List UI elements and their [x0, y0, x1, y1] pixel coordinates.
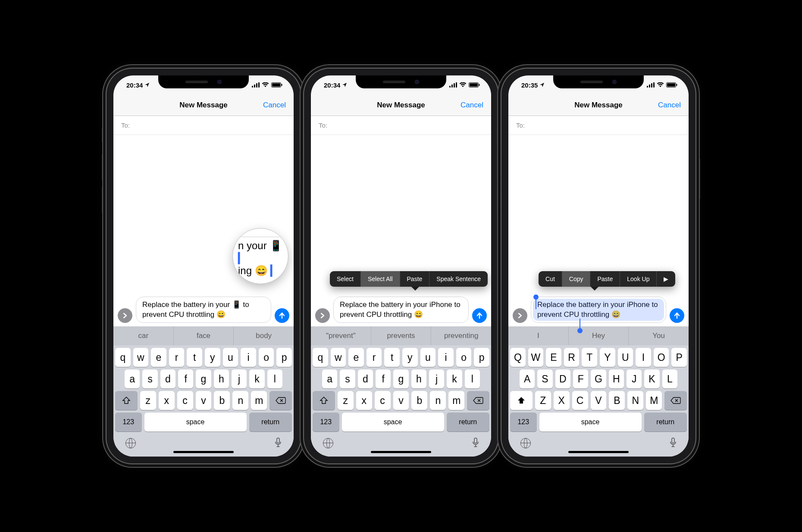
- dictation-icon[interactable]: [472, 438, 479, 449]
- volume-down-button[interactable]: [299, 187, 302, 213]
- key-b[interactable]: B: [609, 391, 625, 410]
- key-l[interactable]: L: [662, 369, 677, 388]
- prediction[interactable]: I: [508, 326, 569, 345]
- key-x[interactable]: x: [356, 391, 372, 410]
- apps-toggle-button[interactable]: [513, 308, 527, 323]
- mute-switch[interactable]: [497, 128, 499, 143]
- key-s[interactable]: s: [340, 369, 355, 388]
- key-w[interactable]: w: [133, 348, 149, 367]
- key-g[interactable]: g: [196, 369, 211, 388]
- volume-up-button[interactable]: [497, 154, 499, 181]
- key-x[interactable]: x: [159, 391, 175, 410]
- key-j[interactable]: j: [429, 369, 444, 388]
- shift-key[interactable]: [313, 391, 335, 410]
- send-button[interactable]: [472, 308, 487, 323]
- space-key[interactable]: space: [539, 413, 642, 432]
- key-w[interactable]: W: [528, 348, 544, 367]
- key-q[interactable]: q: [115, 348, 131, 367]
- send-button[interactable]: [275, 308, 289, 323]
- key-u[interactable]: U: [618, 348, 633, 367]
- cancel-button[interactable]: Cancel: [461, 101, 483, 110]
- key-z[interactable]: z: [140, 391, 156, 410]
- key-m[interactable]: m: [251, 391, 267, 410]
- to-field[interactable]: To:: [508, 116, 689, 135]
- key-r[interactable]: R: [564, 348, 580, 367]
- return-key[interactable]: return: [447, 413, 490, 432]
- menu-select[interactable]: Select: [330, 271, 361, 287]
- key-s[interactable]: S: [537, 369, 552, 388]
- send-button[interactable]: [670, 308, 684, 323]
- backspace-key[interactable]: [664, 391, 687, 410]
- key-c[interactable]: C: [572, 391, 588, 410]
- key-h[interactable]: H: [609, 369, 624, 388]
- key-w[interactable]: w: [331, 348, 346, 367]
- key-t[interactable]: t: [187, 348, 202, 367]
- selection-handle-start[interactable]: [536, 299, 536, 309]
- key-p[interactable]: P: [671, 348, 687, 367]
- prediction[interactable]: body: [234, 326, 294, 345]
- key-n[interactable]: N: [627, 391, 643, 410]
- key-b[interactable]: b: [214, 391, 230, 410]
- menu-select-all[interactable]: Select All: [361, 271, 400, 287]
- home-indicator[interactable]: [371, 451, 431, 453]
- globe-icon[interactable]: [323, 438, 333, 448]
- dictation-icon[interactable]: [670, 438, 677, 449]
- key-j[interactable]: J: [627, 369, 642, 388]
- key-v[interactable]: v: [196, 391, 212, 410]
- key-r[interactable]: r: [367, 348, 382, 367]
- key-y[interactable]: y: [205, 348, 220, 367]
- home-indicator[interactable]: [568, 451, 629, 453]
- key-e[interactable]: e: [348, 348, 364, 367]
- key-c[interactable]: c: [375, 391, 391, 410]
- compose-area[interactable]: Cut Copy Paste Look Up ▶ Replace the bat…: [508, 135, 689, 326]
- key-n[interactable]: n: [232, 391, 248, 410]
- key-f[interactable]: f: [178, 369, 193, 388]
- menu-more[interactable]: ▶: [657, 271, 675, 287]
- key-f[interactable]: F: [573, 369, 588, 388]
- apps-toggle-button[interactable]: [118, 308, 132, 323]
- numbers-key[interactable]: 123: [510, 413, 537, 432]
- key-a[interactable]: a: [322, 369, 337, 388]
- key-d[interactable]: D: [555, 369, 570, 388]
- backspace-key[interactable]: [467, 391, 489, 410]
- key-r[interactable]: r: [169, 348, 185, 367]
- key-k[interactable]: k: [249, 369, 264, 388]
- message-input[interactable]: Replace the battery in your iPhone to pr…: [531, 297, 666, 323]
- key-v[interactable]: v: [393, 391, 409, 410]
- key-p[interactable]: p: [474, 348, 489, 367]
- menu-cut[interactable]: Cut: [539, 271, 562, 287]
- volume-up-button[interactable]: [299, 154, 302, 181]
- key-a[interactable]: a: [125, 369, 140, 388]
- message-input[interactable]: Replace the battery in your iPhone to pr…: [333, 297, 469, 323]
- key-g[interactable]: G: [591, 369, 606, 388]
- menu-paste[interactable]: Paste: [400, 271, 430, 287]
- compose-area[interactable]: Select Select All Paste Speak Sentence R…: [311, 135, 491, 326]
- key-b[interactable]: b: [411, 391, 427, 410]
- shift-key[interactable]: [115, 391, 138, 410]
- key-l[interactable]: l: [465, 369, 480, 388]
- menu-look-up[interactable]: Look Up: [620, 271, 657, 287]
- to-field[interactable]: To:: [113, 116, 294, 135]
- key-q[interactable]: Q: [510, 348, 526, 367]
- key-h[interactable]: h: [214, 369, 229, 388]
- key-y[interactable]: y: [402, 348, 418, 367]
- volume-down-button[interactable]: [497, 187, 499, 213]
- key-k[interactable]: K: [644, 369, 659, 388]
- cancel-button[interactable]: Cancel: [658, 101, 681, 110]
- key-j[interactable]: j: [232, 369, 247, 388]
- message-input[interactable]: Replace the battery in your 📱 to prevent…: [136, 297, 271, 323]
- volume-up-button[interactable]: [102, 154, 104, 181]
- key-h[interactable]: h: [411, 369, 426, 388]
- mute-switch[interactable]: [299, 128, 302, 143]
- key-x[interactable]: X: [554, 391, 570, 410]
- prediction[interactable]: face: [174, 326, 234, 345]
- key-o[interactable]: o: [456, 348, 472, 367]
- key-a[interactable]: A: [520, 369, 535, 388]
- cancel-button[interactable]: Cancel: [263, 101, 286, 110]
- key-t[interactable]: T: [582, 348, 597, 367]
- key-f[interactable]: f: [376, 369, 391, 388]
- key-e[interactable]: e: [151, 348, 166, 367]
- key-d[interactable]: d: [160, 369, 175, 388]
- volume-down-button[interactable]: [102, 187, 104, 213]
- key-v[interactable]: V: [591, 391, 607, 410]
